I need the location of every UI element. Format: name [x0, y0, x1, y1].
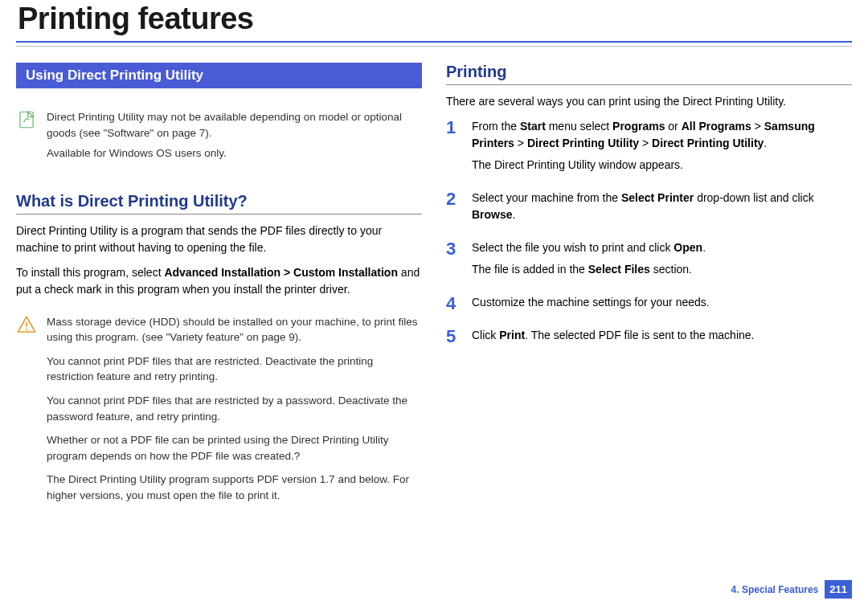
s4-t1: Customize the machine settings for your …	[472, 294, 710, 311]
step-number-2: 2	[446, 190, 461, 228]
page-title: Printing features	[0, 0, 868, 41]
page-footer: 4. Special Features 211	[731, 580, 852, 599]
subheading-rule	[16, 214, 422, 215]
note-icon	[16, 109, 37, 130]
footer-chapter: 4. Special Features	[731, 584, 819, 595]
subheading-rule-printing	[446, 84, 852, 85]
s5-b1: Print	[499, 329, 525, 341]
s1-t4: >	[751, 120, 764, 133]
left-column: Using Direct Printing Utility Direct Pri…	[16, 63, 422, 511]
s2-t2: drop-down list and click	[694, 191, 813, 204]
s1-t3: or	[665, 120, 681, 133]
warning-icon	[16, 314, 37, 335]
warning-note: Mass storage device (HDD) should be inst…	[16, 314, 422, 512]
s5-t2: . The selected PDF file is sent to the m…	[525, 329, 754, 341]
title-rule-blue	[16, 41, 852, 43]
content-columns: Using Direct Printing Utility Direct Pri…	[0, 47, 868, 511]
step-body-2: Select your machine from the Select Prin…	[472, 190, 852, 228]
info-note-text-1a: Direct Printing Utility may not be avail…	[47, 111, 402, 139]
s1-t1: From the	[472, 120, 520, 133]
s1-b5: Direct Printing Utility	[527, 137, 639, 149]
svg-point-2	[26, 329, 27, 330]
s3-b2: Select Files	[588, 263, 650, 276]
info-note: Direct Printing Utility may not be avail…	[16, 104, 422, 171]
step-body-3: Select the file you wish to print and cl…	[472, 239, 706, 283]
step-number-5: 5	[446, 327, 461, 349]
info-note-text-2: Available for Windows OS users only.	[47, 145, 422, 161]
para-what-is-dpu: Direct Printing Utility is a program tha…	[16, 223, 422, 256]
s1-b1: Start	[520, 120, 546, 133]
footer-page-number: 211	[825, 580, 852, 599]
s1-t7: .	[764, 137, 767, 149]
step-2: 2 Select your machine from the Select Pr…	[446, 190, 852, 228]
step-4: 4 Customize the machine settings for you…	[446, 294, 852, 316]
printing-intro: There are several ways you can print usi…	[446, 93, 852, 110]
s2-t1: Select your machine from the	[472, 191, 621, 204]
s3-t3: The file is added in the	[472, 263, 588, 276]
info-note-content: Direct Printing Utility may not be avail…	[47, 109, 422, 166]
step-body-5: Click Print. The selected PDF file is se…	[472, 327, 754, 349]
warn4: Whether or not a PDF file can be printed…	[47, 432, 422, 464]
s1-b2: Programs	[612, 120, 665, 133]
warn2: You cannot print PDF files that are rest…	[47, 353, 422, 385]
s1-t5: >	[514, 137, 527, 149]
step-number-3: 3	[446, 239, 461, 283]
s1-line2: The Direct Printing Utility window appea…	[472, 157, 852, 174]
svg-rect-0	[20, 112, 33, 128]
warn5: The Direct Printing Utility program supp…	[47, 472, 422, 503]
s5-t1: Click	[472, 329, 499, 341]
s3-b1: Open	[674, 241, 702, 254]
s1-b6: Direct Printing Utility	[652, 137, 764, 149]
warn1-link-variety[interactable]: "Variety feature" on page 9	[166, 331, 295, 343]
para-install-pre: To install this program, select	[16, 266, 164, 279]
step-body-4: Customize the machine settings for your …	[472, 294, 710, 316]
steps-list: 1 From the Start menu select Programs or…	[446, 118, 852, 349]
step-3: 3 Select the file you wish to print and …	[446, 239, 852, 283]
warning-content: Mass storage device (HDD) should be inst…	[47, 314, 422, 512]
para-install-bold: Advanced Installation > Custom Installat…	[164, 266, 398, 279]
s1-t6: >	[639, 137, 652, 149]
para-install: To install this program, select Advanced…	[16, 264, 422, 298]
s1-b3: All Programs	[682, 120, 751, 133]
warn3: You cannot print PDF files that are rest…	[47, 393, 422, 424]
s2-b2: Browse	[472, 208, 513, 221]
right-column: Printing There are several ways you can …	[446, 63, 852, 511]
s3-t2: .	[702, 241, 706, 254]
subheading-printing: Printing	[446, 63, 852, 81]
step-1: 1 From the Start menu select Programs or…	[446, 118, 852, 178]
subheading-what-is-dpu: What is Direct Printing Utility?	[16, 192, 422, 210]
warn1-post: ).	[295, 331, 301, 343]
s2-t3: .	[513, 208, 516, 221]
s1-t2: menu select	[546, 120, 612, 133]
step-body-1: From the Start menu select Programs or A…	[472, 118, 852, 178]
s3-t4: section.	[650, 263, 692, 276]
s2-b1: Select Printer	[621, 191, 694, 204]
step-5: 5 Click Print. The selected PDF file is …	[446, 327, 852, 349]
step-number-4: 4	[446, 294, 461, 316]
info-note-text-1c: ).	[205, 127, 211, 139]
step-number-1: 1	[446, 118, 461, 178]
s3-t1: Select the file you wish to print and cl…	[472, 241, 674, 254]
info-note-link-software[interactable]: "Software" on page 7	[104, 127, 206, 139]
section-bar-using-dpu: Using Direct Printing Utility	[16, 63, 422, 88]
